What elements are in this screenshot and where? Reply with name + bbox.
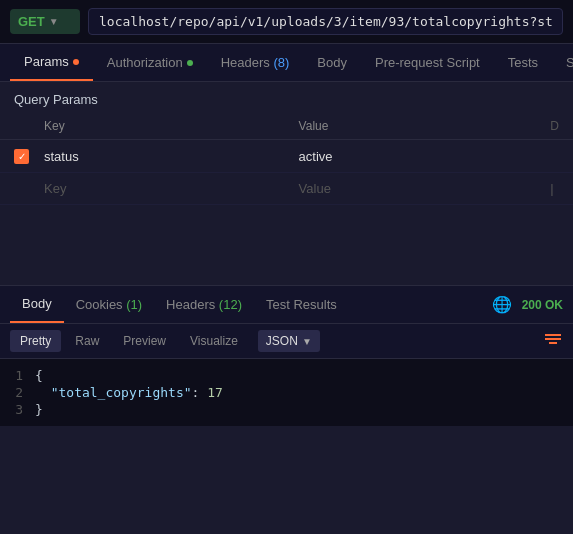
empty-desc: |: [536, 173, 573, 205]
line-number: 1: [0, 368, 35, 383]
tab-settings[interactable]: Settings: [552, 44, 573, 81]
format-raw-button[interactable]: Raw: [65, 330, 109, 352]
tab-prerequest[interactable]: Pre-request Script: [361, 44, 494, 81]
code-line-3: 3 }: [0, 401, 573, 418]
line-number: 3: [0, 402, 35, 417]
tab-response-body[interactable]: Body: [10, 286, 64, 323]
globe-icon: 🌐: [492, 295, 512, 314]
tab-response-headers[interactable]: Headers (12): [154, 287, 254, 322]
resp-headers-count: (12): [219, 297, 242, 312]
tab-response-cookies[interactable]: Cookies (1): [64, 287, 154, 322]
format-preview-button[interactable]: Preview: [113, 330, 176, 352]
chevron-down-icon: ▼: [302, 336, 312, 347]
table-row-empty: Key Value |: [0, 173, 573, 205]
params-dot: [73, 59, 79, 65]
response-tabs: Body Cookies (1) Headers (12) Test Resul…: [0, 286, 573, 324]
method-label: GET: [18, 14, 45, 29]
url-input[interactable]: [88, 8, 563, 35]
col-key-header: Key: [30, 113, 285, 140]
tab-params[interactable]: Params: [10, 44, 93, 81]
row-checkbox[interactable]: ✓: [14, 149, 29, 164]
filter-icon[interactable]: [543, 331, 563, 351]
request-tabs: Params Authorization Headers (8) Body Pr…: [0, 44, 573, 82]
url-bar: GET ▼: [0, 0, 573, 44]
code-line-2: 2 "total_copyrights": 17: [0, 384, 573, 401]
empty-checkbox-cell: [0, 173, 30, 205]
empty-area: [0, 205, 573, 285]
tab-headers[interactable]: Headers (8): [207, 44, 304, 81]
json-type-selector[interactable]: JSON ▼: [258, 330, 320, 352]
col-checkbox: [0, 113, 30, 140]
col-value-header: Value: [285, 113, 537, 140]
empty-value[interactable]: Value: [285, 173, 537, 205]
row-key[interactable]: status: [30, 140, 285, 173]
table-row: ✓ status active: [0, 140, 573, 173]
status-badge: 200 OK: [522, 298, 563, 312]
row-desc[interactable]: [536, 140, 573, 173]
auth-dot: [187, 60, 193, 66]
headers-count: (8): [273, 55, 289, 70]
code-content: {: [35, 368, 43, 383]
line-number: 2: [0, 385, 35, 400]
code-line-1: 1 {: [0, 367, 573, 384]
response-section: Body Cookies (1) Headers (12) Test Resul…: [0, 285, 573, 426]
tab-authorization[interactable]: Authorization: [93, 44, 207, 81]
format-bar: Pretty Raw Preview Visualize JSON ▼: [0, 324, 573, 359]
params-table: Key Value D ✓ status active Key Value: [0, 113, 573, 205]
code-area: 1 { 2 "total_copyrights": 17 3 }: [0, 359, 573, 426]
col-desc-header: D: [536, 113, 573, 140]
tab-body[interactable]: Body: [303, 44, 361, 81]
status-area: 🌐 200 OK: [492, 295, 563, 314]
method-selector[interactable]: GET ▼: [10, 9, 80, 34]
cookies-count: (1): [126, 297, 142, 312]
chevron-down-icon: ▼: [49, 16, 59, 27]
tab-tests[interactable]: Tests: [494, 44, 552, 81]
row-checkbox-cell[interactable]: ✓: [0, 140, 30, 173]
row-value[interactable]: active: [285, 140, 537, 173]
format-visualize-button[interactable]: Visualize: [180, 330, 248, 352]
empty-key[interactable]: Key: [30, 173, 285, 205]
format-pretty-button[interactable]: Pretty: [10, 330, 61, 352]
code-content: }: [35, 402, 43, 417]
code-content: "total_copyrights": 17: [35, 385, 223, 400]
query-params-label: Query Params: [0, 82, 573, 113]
tab-test-results[interactable]: Test Results: [254, 287, 349, 322]
